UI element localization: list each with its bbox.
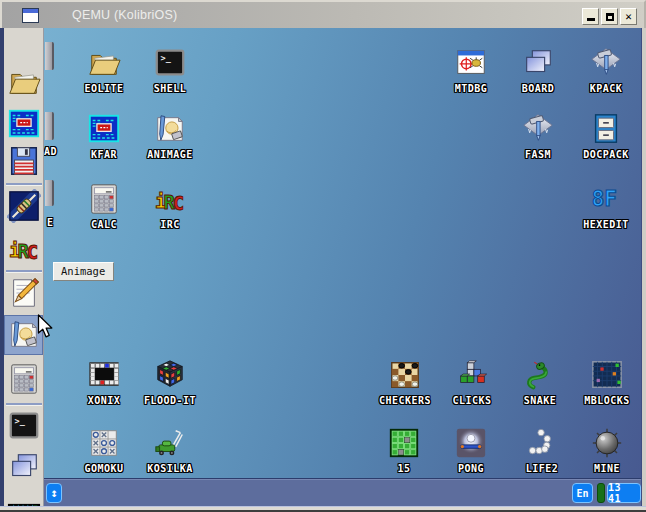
desktop-icon-image: iRC <box>135 180 205 216</box>
desktop-icon-label: FLOOD-IT <box>135 395 205 406</box>
sidebar-item-irc[interactable]: iRC <box>7 230 41 266</box>
sidebar-item-file-manager[interactable] <box>7 64 41 100</box>
taskbar: ↕ En 13 41 <box>44 478 642 506</box>
irc-icon: iRC <box>7 231 41 265</box>
desktop-icon-image <box>69 110 139 146</box>
desktop-icon-checkers[interactable]: CHECKERS <box>370 356 440 406</box>
desktop-icon-label: SHELL <box>135 83 205 94</box>
desktop-icon-image <box>436 44 506 80</box>
gomoku-icon <box>87 426 121 460</box>
desktop-icon-image <box>571 44 641 80</box>
desktop-icon-image <box>437 356 507 392</box>
monitor-icon <box>87 112 121 146</box>
desktop-icon-calc[interactable]: CALC <box>69 180 139 230</box>
mouse-cursor <box>37 314 54 339</box>
life-icon <box>525 426 559 460</box>
notepad-icon <box>7 276 41 310</box>
desktop-icon-mtdbg[interactable]: MTDBG <box>436 44 506 94</box>
desktop-icon-image: >_ <box>135 44 205 80</box>
desktop-icon-label: XONIX <box>69 395 139 406</box>
desktop-icon-fasm[interactable]: FASM <box>503 110 573 160</box>
desktop-icon-image <box>69 356 139 392</box>
svg-text:8F: 8F <box>592 187 617 211</box>
desktop-icon-image <box>436 424 506 460</box>
desktop-icon-label: MBLOCKS <box>572 395 642 406</box>
desktop-icon-board[interactable]: BOARD <box>503 44 573 94</box>
terminal-icon: >_ <box>153 46 187 80</box>
desktop-icon-animage[interactable]: ANIMAGE <box>135 110 205 160</box>
desktop-icon-eolite[interactable]: EOLITE <box>69 44 139 94</box>
desktop-icon-snake[interactable]: SNAKE <box>505 356 575 406</box>
desktop-icon-image <box>571 110 641 146</box>
floppy-icon <box>7 144 41 178</box>
desktop-icon-image <box>69 180 139 216</box>
sidebar-item-floppy[interactable] <box>7 143 41 179</box>
desktop-icon-label: EOLITE <box>69 83 139 94</box>
desktop-icon-label: MINE <box>572 463 642 474</box>
desktop-icon-clicks[interactable]: CLICKS <box>437 356 507 406</box>
desktop-icon-shell[interactable]: >_SHELL <box>135 44 205 94</box>
sidebar-item-calculator[interactable] <box>7 361 41 397</box>
updown-arrow-icon: ↕ <box>50 486 57 500</box>
hex-icon: 8F <box>589 182 623 216</box>
desktop-icon-image <box>370 356 440 392</box>
desktop-icon-image <box>369 424 439 460</box>
blocks-icon <box>455 358 489 392</box>
desktop-icon-15[interactable]: 15 <box>369 424 439 474</box>
clock[interactable]: 13 41 <box>607 483 641 503</box>
svg-text:C: C <box>27 241 38 263</box>
mower-icon <box>153 426 187 460</box>
svg-text:C: C <box>173 192 184 214</box>
desktop-icon-kfar[interactable]: KFAR <box>69 110 139 160</box>
cpu-indicator <box>597 483 605 503</box>
windows-icon <box>7 450 41 484</box>
sidebar-item-terminal[interactable]: >_ <box>7 408 41 444</box>
desktop-icon-xonix[interactable]: XONIX <box>69 356 139 406</box>
desktop-icon-gomoku[interactable]: GOMOKU <box>69 424 139 474</box>
paint-icon <box>7 318 41 352</box>
desktop-icon-label: KOSILKA <box>135 463 205 474</box>
desktop-icon-image <box>507 424 577 460</box>
desktop-icon-label: FASM <box>503 149 573 160</box>
desktop-icon-life2[interactable]: LIFE2 <box>507 424 577 474</box>
sidebar-separator <box>6 270 42 273</box>
desktop-icon-label: CLICKS <box>437 395 507 406</box>
calculator-icon <box>87 182 121 216</box>
desktop-icon-pong[interactable]: PONG <box>436 424 506 474</box>
monitor-icon <box>7 107 41 141</box>
desktop-icon-kpack[interactable]: KPACK <box>571 44 641 94</box>
desktop-icon-kosilka[interactable]: KOSILKA <box>135 424 205 474</box>
desktop-icon-image <box>135 424 205 460</box>
clipped-icon-edge <box>45 180 54 206</box>
mineball-icon <box>590 426 624 460</box>
desktop-icon-image <box>135 110 205 146</box>
desktop-icon-label: HEXEDIT <box>571 219 641 230</box>
workspace-toggle-button[interactable]: ↕ <box>46 483 62 503</box>
window-bottom-border <box>0 506 646 512</box>
irc-icon: iRC <box>153 182 187 216</box>
window-right-border <box>641 28 646 512</box>
desktop-icon-docpack[interactable]: DOCPACK <box>571 110 641 160</box>
desktop-icon-mine[interactable]: MINE <box>572 424 642 474</box>
desktop-icon-hexedit[interactable]: 8FHEXEDIT <box>571 180 641 230</box>
desktop-icon-image <box>572 424 642 460</box>
desktop-icon-label: KPACK <box>571 83 641 94</box>
debugger-icon <box>454 46 488 80</box>
sidebar-item-board[interactable] <box>7 449 41 485</box>
sidebar-item-display[interactable] <box>7 106 41 142</box>
desktop-icon-label: 15 <box>369 463 439 474</box>
desktop-icon-mblocks[interactable]: MBLOCKS <box>572 356 642 406</box>
paint-icon <box>153 112 187 146</box>
sidebar-item-notepad[interactable] <box>7 275 41 311</box>
clipped-icon-label: AD <box>44 146 57 157</box>
desktop-icon-flood-it[interactable]: FLOOD-IT <box>135 356 205 406</box>
qemu-window: QEMU (KolibriOS) ✕ EOLITE>_SHELLMTDBGBOA… <box>0 0 646 512</box>
desktop-icon-layer: EOLITE>_SHELLMTDBGBOARDKPACKKFARANIMAGEF… <box>0 0 646 512</box>
desktop-icon-label: LIFE2 <box>507 463 577 474</box>
desktop-icon-image: 8F <box>571 180 641 216</box>
language-indicator[interactable]: En <box>572 483 593 503</box>
cube-icon <box>153 358 187 392</box>
fifteen-icon <box>387 426 421 460</box>
desktop-icon-irc[interactable]: iRCIRC <box>135 180 205 230</box>
sidebar-item-electronics[interactable] <box>7 188 41 224</box>
